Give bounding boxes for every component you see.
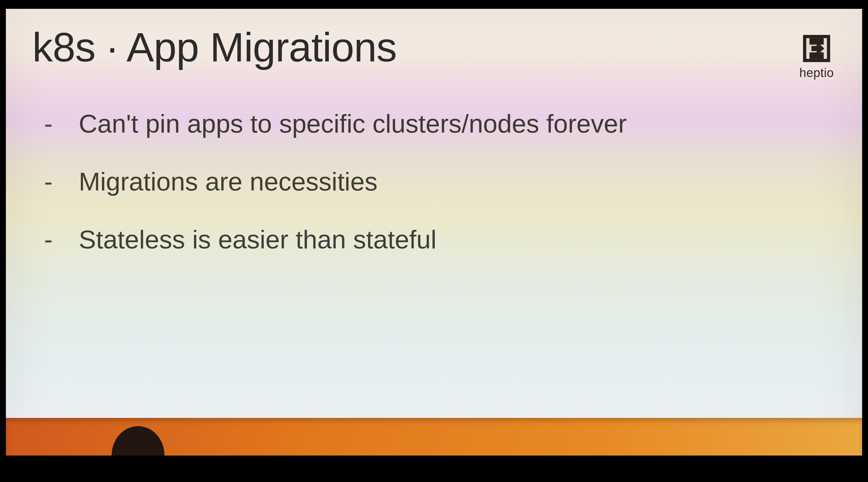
- bullet-item: - Can't pin apps to specific clusters/no…: [44, 109, 808, 139]
- bullet-text: Can't pin apps to specific clusters/node…: [79, 109, 627, 139]
- bullet-dash-icon: -: [44, 224, 58, 254]
- heptio-logo-icon: [800, 32, 833, 65]
- bullet-list: - Can't pin apps to specific clusters/no…: [44, 109, 808, 282]
- letterbox-bottom: [0, 456, 868, 482]
- slide-title: k8s · App Migrations: [32, 24, 397, 71]
- bullet-text: Stateless is easier than stateful: [79, 224, 436, 254]
- bullet-item: - Stateless is easier than stateful: [44, 224, 808, 254]
- heptio-logo: heptio: [795, 32, 839, 80]
- stage: k8s · App Migrations heptio - Can't pin …: [0, 0, 868, 482]
- heptio-logo-text: heptio: [795, 66, 839, 80]
- bullet-dash-icon: -: [44, 109, 58, 139]
- bullet-item: - Migrations are necessities: [44, 167, 808, 197]
- bullet-text: Migrations are necessities: [79, 167, 377, 197]
- slide: k8s · App Migrations heptio - Can't pin …: [6, 9, 862, 456]
- bullet-dash-icon: -: [44, 167, 58, 197]
